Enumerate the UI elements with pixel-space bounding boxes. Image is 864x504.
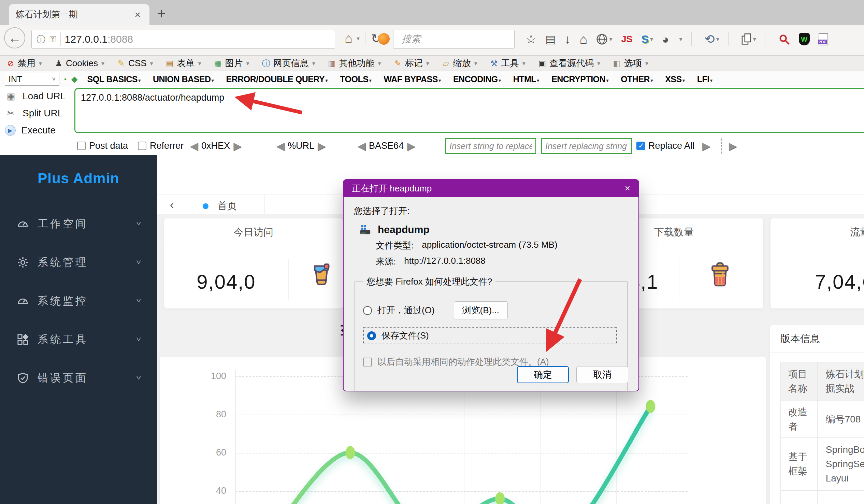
menu-union-based[interactable]: UNION BASED▾ — [153, 74, 214, 84]
menu-encoding[interactable]: ENCODING▾ — [453, 74, 501, 84]
shareaholic-group[interactable]: S ▾ — [641, 33, 653, 46]
sidebar-item-system-monitor[interactable]: 系统监控˅ — [0, 281, 157, 320]
downloads-icon[interactable]: ↓ — [565, 32, 571, 46]
monitor-gauge-icon — [17, 295, 29, 307]
proxy-switch-group[interactable]: ⟲ ▾ — [705, 32, 719, 46]
devbar-css[interactable]: ✎CSS▾ — [116, 58, 153, 69]
decode-arrow-icon[interactable]: ◀ — [190, 140, 198, 152]
devbar-viewsource[interactable]: ▣查看源代码▾ — [537, 57, 600, 69]
extra-arrow[interactable]: ▶ — [729, 140, 737, 152]
decode-arrow-icon[interactable]: ◀ — [358, 140, 365, 152]
url-bar[interactable]: ⓘ ⚿ 127.0.0.1:8088 — [32, 30, 335, 49]
hex-encoder[interactable]: ◀0xHEX▶ — [190, 140, 241, 152]
home-icon[interactable]: ⌂ — [345, 31, 352, 46]
hackbar-square-icon[interactable]: ▪ — [64, 75, 67, 83]
bookmark-star-icon[interactable]: ☆ — [526, 32, 537, 46]
sidebar-item-workspace[interactable]: 工作空间˅ — [0, 204, 157, 243]
key-icon[interactable]: ⚿ — [49, 34, 56, 45]
chevron-down-icon: ˅ — [136, 258, 141, 266]
search-input[interactable] — [401, 34, 526, 45]
devbar-cookies[interactable]: ♟Cookies▾ — [53, 58, 105, 69]
save-file-option[interactable]: 保存文件(S) — [363, 327, 619, 344]
post-data-checkbox[interactable]: Post data — [77, 141, 128, 151]
menu-xss[interactable]: XSS▾ — [665, 74, 685, 84]
hackbar-diamond-icon[interactable]: ◆ — [71, 74, 77, 84]
table-row — [781, 491, 864, 504]
devbar-disable[interactable]: ⊘禁用▾ — [5, 57, 42, 69]
hackbar-url-textarea[interactable]: 127.0.0.1:8088/actuator/heapdump — [74, 88, 864, 133]
menu-encryption[interactable]: ENCRYPTION▾ — [551, 74, 609, 84]
radio-checked[interactable] — [367, 331, 376, 340]
dialog-close-icon[interactable]: × — [625, 183, 630, 194]
reading-list-icon[interactable]: ▤ — [545, 33, 555, 46]
home-caret-icon[interactable]: ▾ — [357, 35, 360, 42]
sidebar-item-system-tools[interactable]: 系统工具˅ — [0, 320, 157, 359]
back-button[interactable]: ← — [4, 27, 25, 48]
pages-group[interactable]: ▾ — [742, 34, 756, 45]
devbar-misc[interactable]: ▥其他功能▾ — [327, 57, 381, 69]
pdf-tool-icon[interactable]: PDF — [819, 33, 828, 45]
home2-icon[interactable]: ⌂ — [580, 32, 588, 47]
menu-error-query[interactable]: ERROR/DOUBLE QUERY▾ — [226, 74, 327, 84]
caret-icon: ▾ — [312, 60, 315, 67]
cancel-button[interactable]: 取消 — [576, 366, 628, 383]
browser-tab[interactable]: 炼石计划第一期 × — [9, 4, 149, 25]
menu-lfi[interactable]: LFI▾ — [697, 74, 712, 84]
replace-go-arrow[interactable]: ▶ — [702, 140, 710, 152]
firefox-extension-icon[interactable] — [378, 33, 390, 45]
devbar-images[interactable]: ▦图片▾ — [213, 57, 250, 69]
search-box[interactable] — [393, 30, 515, 49]
devbar-options[interactable]: ◧选项▾ — [612, 57, 648, 69]
globe-ext-group[interactable]: ▾ — [596, 34, 612, 45]
hackbar-db-select[interactable]: INT ˅ — [5, 73, 59, 86]
caret-icon[interactable]: ▾ — [679, 36, 682, 43]
menu-tools[interactable]: TOOLS▾ — [340, 74, 371, 84]
ok-button[interactable]: 确定 — [517, 366, 569, 383]
devbar-pageinfo[interactable]: ⓘ网页信息▾ — [261, 57, 315, 69]
tab-close-icon[interactable]: × — [132, 9, 143, 21]
sidebar-item-error-pages[interactable]: 错误页面˅ — [0, 359, 157, 397]
dialog-titlebar[interactable]: 正在打开 heapdump × — [344, 180, 638, 197]
active-dot-icon — [203, 203, 208, 209]
base64-encoder[interactable]: ◀BASE64▶ — [358, 140, 415, 152]
sidebar-item-system-admin[interactable]: 系统管理˅ — [0, 243, 157, 281]
replace-all-checkbox[interactable]: Replace All — [636, 141, 694, 151]
devbar-label: 查看源代码 — [549, 57, 594, 69]
referrer-checkbox[interactable]: Referrer — [138, 141, 183, 151]
menu-html[interactable]: HTML▾ — [513, 74, 539, 84]
devbar-forms[interactable]: ▤表单▾ — [165, 57, 201, 69]
chevron-down-icon: ˅ — [136, 219, 141, 228]
devbar-outline[interactable]: ✎标记▾ — [393, 57, 429, 69]
split-url-button[interactable]: ✂Split URL — [5, 108, 73, 119]
url-encoder[interactable]: ◀%URL▶ — [276, 140, 325, 152]
execute-button[interactable]: ▶Execute — [5, 125, 73, 136]
wappalyzer-shield-icon[interactable]: W — [799, 33, 810, 45]
page-info-icon[interactable]: ⓘ — [36, 34, 45, 45]
menu-sql-basics[interactable]: SQL BASICS▾ — [87, 74, 141, 84]
card-traffic: 流量 7,04,6 — [770, 218, 864, 309]
home-group: ⌂ ▾ ↻ — [345, 31, 381, 46]
palette-icon[interactable]: ◕ — [662, 33, 669, 46]
js-toggle-icon[interactable]: JS — [621, 34, 633, 45]
tab-home[interactable]: 首页 — [203, 199, 237, 213]
app-logo[interactable]: Plus Admin — [0, 170, 157, 187]
tabs-scroll-left-icon[interactable]: ‹ — [170, 198, 174, 211]
devbar-resize[interactable]: ▱缩放▾ — [441, 57, 477, 69]
encode-arrow-icon[interactable]: ▶ — [407, 140, 415, 152]
replace-source-input[interactable] — [445, 138, 536, 154]
radio-unchecked[interactable] — [363, 306, 372, 315]
magnifier-red-icon[interactable] — [778, 34, 790, 45]
caret-icon: ▾ — [597, 60, 600, 67]
encode-arrow-icon[interactable]: ▶ — [318, 140, 325, 152]
browse-button[interactable]: 浏览(B)... — [454, 301, 508, 320]
encode-arrow-icon[interactable]: ▶ — [233, 140, 241, 152]
copy-pages-icon — [742, 34, 752, 45]
menu-waf-bypass[interactable]: WAF BYPASS▾ — [384, 74, 441, 84]
new-tab-button[interactable]: + — [157, 6, 166, 21]
load-url-button[interactable]: ▦Load URL — [5, 91, 73, 102]
devbar-tools[interactable]: ⚒工具▾ — [489, 57, 526, 69]
replace-target-input[interactable] — [541, 138, 632, 154]
menu-other[interactable]: OTHER▾ — [621, 74, 653, 84]
open-with-option[interactable]: 打开，通过(O) 浏览(B)... — [363, 301, 619, 320]
decode-arrow-icon[interactable]: ◀ — [276, 140, 284, 152]
